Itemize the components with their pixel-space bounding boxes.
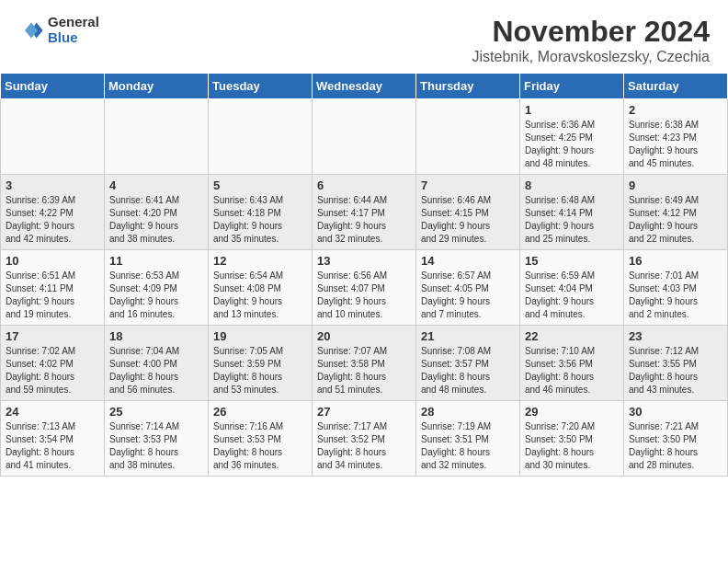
- calendar-day-cell: 24Sunrise: 7:13 AM Sunset: 3:54 PM Dayli…: [1, 401, 105, 477]
- page-header: General Blue November 2024 Jistebnik, Mo…: [0, 0, 728, 73]
- day-number: 30: [629, 405, 722, 419]
- calendar-day-cell: 3Sunrise: 6:39 AM Sunset: 4:22 PM Daylig…: [1, 175, 105, 250]
- weekday-header: Wednesday: [313, 74, 416, 99]
- calendar-day-cell: 21Sunrise: 7:08 AM Sunset: 3:57 PM Dayli…: [416, 326, 520, 401]
- calendar-day-cell: [105, 99, 209, 175]
- day-info: Sunrise: 7:13 AM Sunset: 3:54 PM Dayligh…: [6, 420, 99, 472]
- day-info: Sunrise: 7:05 AM Sunset: 3:59 PM Dayligh…: [213, 345, 307, 396]
- day-info: Sunrise: 6:46 AM Sunset: 4:15 PM Dayligh…: [421, 194, 515, 246]
- logo-icon: [18, 17, 44, 43]
- calendar-day-cell: 12Sunrise: 6:54 AM Sunset: 4:08 PM Dayli…: [209, 250, 313, 326]
- day-info: Sunrise: 7:14 AM Sunset: 3:53 PM Dayligh…: [109, 420, 203, 472]
- day-info: Sunrise: 7:07 AM Sunset: 3:58 PM Dayligh…: [317, 345, 411, 396]
- day-info: Sunrise: 6:43 AM Sunset: 4:18 PM Dayligh…: [213, 194, 307, 246]
- logo-blue-text: Blue: [48, 30, 99, 46]
- calendar-day-cell: [416, 99, 520, 175]
- day-info: Sunrise: 6:57 AM Sunset: 4:05 PM Dayligh…: [421, 270, 515, 321]
- month-title: November 2024: [472, 15, 710, 49]
- calendar-day-cell: [313, 99, 416, 175]
- day-number: 2: [629, 103, 722, 117]
- logo-general-text: General: [48, 15, 99, 30]
- day-number: 11: [109, 254, 203, 268]
- day-number: 6: [317, 178, 411, 192]
- day-info: Sunrise: 6:49 AM Sunset: 4:12 PM Dayligh…: [629, 194, 722, 246]
- calendar-day-cell: 1Sunrise: 6:36 AM Sunset: 4:25 PM Daylig…: [520, 99, 624, 175]
- day-info: Sunrise: 6:41 AM Sunset: 4:20 PM Dayligh…: [109, 194, 203, 246]
- day-number: 29: [525, 405, 619, 419]
- day-number: 26: [213, 405, 307, 419]
- day-number: 4: [109, 178, 203, 192]
- calendar-day-cell: [1, 99, 105, 175]
- calendar-day-cell: 11Sunrise: 6:53 AM Sunset: 4:09 PM Dayli…: [105, 250, 209, 326]
- day-number: 10: [6, 254, 99, 268]
- calendar-day-cell: 28Sunrise: 7:19 AM Sunset: 3:51 PM Dayli…: [416, 401, 520, 477]
- logo: General Blue: [18, 15, 99, 45]
- day-number: 9: [629, 178, 722, 192]
- day-number: 1: [525, 103, 619, 117]
- calendar-day-cell: 16Sunrise: 7:01 AM Sunset: 4:03 PM Dayli…: [624, 250, 728, 326]
- day-info: Sunrise: 7:08 AM Sunset: 3:57 PM Dayligh…: [421, 345, 515, 396]
- day-info: Sunrise: 6:36 AM Sunset: 4:25 PM Dayligh…: [525, 119, 619, 170]
- day-number: 25: [109, 405, 203, 419]
- weekday-header: Friday: [520, 74, 624, 99]
- calendar-day-cell: 20Sunrise: 7:07 AM Sunset: 3:58 PM Dayli…: [313, 326, 416, 401]
- calendar-week-row: 17Sunrise: 7:02 AM Sunset: 4:02 PM Dayli…: [1, 326, 728, 401]
- calendar-header: SundayMondayTuesdayWednesdayThursdayFrid…: [1, 74, 728, 99]
- calendar-day-cell: 15Sunrise: 6:59 AM Sunset: 4:04 PM Dayli…: [520, 250, 624, 326]
- calendar-day-cell: 14Sunrise: 6:57 AM Sunset: 4:05 PM Dayli…: [416, 250, 520, 326]
- day-info: Sunrise: 7:10 AM Sunset: 3:56 PM Dayligh…: [525, 345, 619, 396]
- day-number: 19: [213, 329, 307, 343]
- day-info: Sunrise: 7:20 AM Sunset: 3:50 PM Dayligh…: [525, 420, 619, 472]
- calendar-table: SundayMondayTuesdayWednesdayThursdayFrid…: [0, 73, 728, 477]
- calendar-day-cell: 29Sunrise: 7:20 AM Sunset: 3:50 PM Dayli…: [520, 401, 624, 477]
- day-number: 17: [6, 329, 99, 343]
- calendar-day-cell: 10Sunrise: 6:51 AM Sunset: 4:11 PM Dayli…: [1, 250, 105, 326]
- calendar-day-cell: 18Sunrise: 7:04 AM Sunset: 4:00 PM Dayli…: [105, 326, 209, 401]
- calendar-day-cell: 9Sunrise: 6:49 AM Sunset: 4:12 PM Daylig…: [624, 175, 728, 250]
- day-info: Sunrise: 7:12 AM Sunset: 3:55 PM Dayligh…: [629, 345, 722, 396]
- day-info: Sunrise: 6:56 AM Sunset: 4:07 PM Dayligh…: [317, 270, 411, 321]
- calendar-day-cell: 30Sunrise: 7:21 AM Sunset: 3:50 PM Dayli…: [624, 401, 728, 477]
- calendar-day-cell: 26Sunrise: 7:16 AM Sunset: 3:53 PM Dayli…: [209, 401, 313, 477]
- day-number: 23: [629, 329, 722, 343]
- day-info: Sunrise: 6:54 AM Sunset: 4:08 PM Dayligh…: [213, 270, 307, 321]
- day-info: Sunrise: 7:17 AM Sunset: 3:52 PM Dayligh…: [317, 420, 411, 472]
- day-info: Sunrise: 7:01 AM Sunset: 4:03 PM Dayligh…: [629, 270, 722, 321]
- day-number: 15: [525, 254, 619, 268]
- calendar-day-cell: 5Sunrise: 6:43 AM Sunset: 4:18 PM Daylig…: [209, 175, 313, 250]
- weekday-header: Tuesday: [209, 74, 313, 99]
- calendar-week-row: 1Sunrise: 6:36 AM Sunset: 4:25 PM Daylig…: [1, 99, 728, 175]
- calendar-week-row: 10Sunrise: 6:51 AM Sunset: 4:11 PM Dayli…: [1, 250, 728, 326]
- day-number: 16: [629, 254, 722, 268]
- day-info: Sunrise: 6:39 AM Sunset: 4:22 PM Dayligh…: [6, 194, 99, 246]
- calendar-day-cell: 6Sunrise: 6:44 AM Sunset: 4:17 PM Daylig…: [313, 175, 416, 250]
- weekday-header: Sunday: [1, 74, 105, 99]
- day-number: 13: [317, 254, 411, 268]
- day-number: 21: [421, 329, 515, 343]
- day-number: 27: [317, 405, 411, 419]
- calendar-day-cell: 27Sunrise: 7:17 AM Sunset: 3:52 PM Dayli…: [313, 401, 416, 477]
- day-number: 20: [317, 329, 411, 343]
- calendar-day-cell: 2Sunrise: 6:38 AM Sunset: 4:23 PM Daylig…: [624, 99, 728, 175]
- day-number: 12: [213, 254, 307, 268]
- location-subtitle: Jistebnik, Moravskoslezsky, Czechia: [472, 49, 710, 65]
- calendar-day-cell: 17Sunrise: 7:02 AM Sunset: 4:02 PM Dayli…: [1, 326, 105, 401]
- day-info: Sunrise: 7:16 AM Sunset: 3:53 PM Dayligh…: [213, 420, 307, 472]
- calendar-week-row: 24Sunrise: 7:13 AM Sunset: 3:54 PM Dayli…: [1, 401, 728, 477]
- day-info: Sunrise: 6:44 AM Sunset: 4:17 PM Dayligh…: [317, 194, 411, 246]
- day-info: Sunrise: 7:02 AM Sunset: 4:02 PM Dayligh…: [6, 345, 99, 396]
- weekday-header: Saturday: [624, 74, 728, 99]
- day-number: 22: [525, 329, 619, 343]
- day-info: Sunrise: 7:21 AM Sunset: 3:50 PM Dayligh…: [629, 420, 722, 472]
- day-number: 7: [421, 178, 515, 192]
- day-info: Sunrise: 7:04 AM Sunset: 4:00 PM Dayligh…: [109, 345, 203, 396]
- calendar-day-cell: [209, 99, 313, 175]
- day-info: Sunrise: 6:38 AM Sunset: 4:23 PM Dayligh…: [629, 119, 722, 170]
- day-number: 14: [421, 254, 515, 268]
- title-block: November 2024 Jistebnik, Moravskoslezsky…: [472, 15, 710, 65]
- day-info: Sunrise: 6:59 AM Sunset: 4:04 PM Dayligh…: [525, 270, 619, 321]
- day-number: 24: [6, 405, 99, 419]
- day-number: 5: [213, 178, 307, 192]
- day-number: 28: [421, 405, 515, 419]
- weekday-header: Thursday: [416, 74, 520, 99]
